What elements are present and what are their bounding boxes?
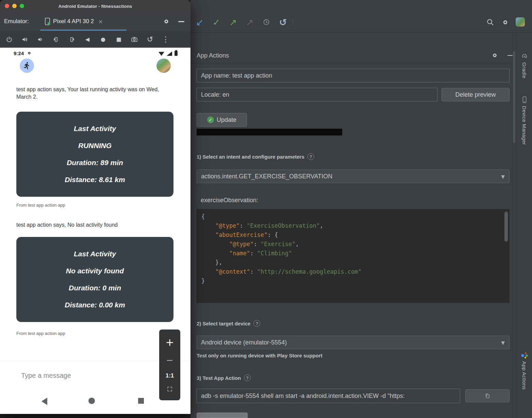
close-button[interactable] bbox=[5, 4, 9, 8]
minimize-button[interactable] bbox=[12, 4, 17, 8]
card-line: Duration: 89 min bbox=[67, 159, 123, 167]
clock-icon[interactable] bbox=[260, 16, 273, 29]
card-line: Last Activity bbox=[74, 250, 116, 258]
emulator-window: Android Emulator - fitnessactions Emulat… bbox=[0, 0, 190, 414]
help-icon[interactable]: ? bbox=[307, 153, 314, 160]
copy-icon bbox=[484, 393, 491, 399]
help-icon[interactable]: ? bbox=[253, 320, 260, 327]
tab-app-actions-label: App Actions bbox=[521, 361, 527, 390]
zoom-ratio-button[interactable]: 1:1 bbox=[166, 372, 174, 379]
card-line: Duration: 0 min bbox=[69, 284, 121, 292]
locale-field[interactable]: Locale: en bbox=[197, 88, 437, 101]
camera-icon[interactable] bbox=[130, 35, 139, 44]
code-scrollbar[interactable] bbox=[504, 212, 508, 242]
status-gear-icon bbox=[27, 51, 32, 57]
snapshot-icon[interactable]: ↺ bbox=[146, 35, 154, 44]
tab-gradle-label: Gradle bbox=[521, 62, 527, 78]
device-note: Test only on running device with Play St… bbox=[197, 353, 322, 358]
device-dropdown-value: Android device (emulator-5554) bbox=[201, 339, 287, 346]
runner-icon bbox=[23, 62, 31, 70]
power-icon[interactable] bbox=[5, 35, 14, 44]
code-editor[interactable]: { "@type": "ExerciseObservation", "about… bbox=[197, 209, 510, 303]
tab-device-manager[interactable]: Device Manager bbox=[517, 96, 532, 145]
chevron-down-icon: ▼ bbox=[501, 174, 505, 179]
card-line: Distance: 0.00 km bbox=[65, 301, 125, 309]
panel-gear-icon[interactable] bbox=[491, 52, 498, 60]
fit-screen-icon[interactable] bbox=[167, 386, 173, 393]
rotate-right-icon[interactable] bbox=[67, 35, 76, 44]
check-icon[interactable]: ✓ bbox=[210, 16, 223, 29]
tool-window-strip: Gradle Device Manager App Actions bbox=[516, 33, 532, 418]
gradle-elephant-icon bbox=[521, 52, 528, 60]
panel-scrollbar[interactable] bbox=[513, 51, 515, 143]
tab-close-icon[interactable]: × bbox=[98, 18, 103, 25]
zoom-in-button[interactable]: + bbox=[165, 336, 174, 348]
volume-up-icon[interactable] bbox=[20, 35, 29, 44]
studio-toolbar: ↙ ✓ ↗ ↗ ↺ bbox=[190, 0, 532, 33]
rotate-left-icon[interactable] bbox=[52, 35, 61, 44]
code-editor-lines: { "@type": "ExerciseObservation", "about… bbox=[201, 212, 510, 286]
update-button-label: Update bbox=[217, 116, 236, 124]
app-name-field[interactable]: App name: test app action bbox=[197, 69, 510, 82]
chevron-down-icon: ▼ bbox=[501, 340, 505, 345]
tab-pixel-4[interactable]: Pixel 4 API 30 2 × bbox=[40, 12, 127, 31]
delete-preview-button[interactable]: Delete preview bbox=[442, 88, 510, 101]
gear-icon[interactable] bbox=[500, 17, 510, 27]
emulator-label: Emulator: bbox=[4, 18, 29, 25]
user-avatar bbox=[156, 59, 171, 73]
emulator-gear-icon[interactable] bbox=[163, 18, 170, 27]
intent-dropdown[interactable]: actions.intent.GET_EXERCISE_OBSERVATION … bbox=[197, 170, 510, 183]
copy-command-button[interactable] bbox=[465, 389, 510, 402]
window-titlebar: Android Emulator - fitnessactions bbox=[0, 0, 190, 12]
volume-down-icon[interactable] bbox=[36, 35, 45, 44]
partial-bottom-button[interactable] bbox=[197, 413, 248, 418]
battery-icon bbox=[174, 51, 178, 56]
card-line: Distance: 8.61 km bbox=[65, 176, 125, 184]
arrow-up-right-disabled-icon: ↗ bbox=[243, 16, 256, 29]
overview-icon[interactable]: ■ bbox=[114, 35, 123, 44]
message-input[interactable]: Type a message bbox=[21, 372, 71, 380]
emulator-toolbar: Emulator: Pixel 4 API 30 2 × bbox=[0, 12, 190, 31]
section-test-text: 3) Test App Action bbox=[197, 375, 241, 381]
adb-command-field[interactable]: adb -s emulator-5554 shell am start -a a… bbox=[197, 389, 460, 403]
device-dropdown[interactable]: Android device (emulator-5554) ▼ bbox=[197, 336, 510, 349]
zoom-out-button[interactable]: − bbox=[166, 355, 173, 365]
app-actions-panel-header: App Actions bbox=[190, 48, 512, 63]
nav-home-icon[interactable] bbox=[88, 398, 95, 404]
section-test-label: 3) Test App Action ? bbox=[197, 374, 251, 381]
arrow-up-right-icon[interactable]: ↗ bbox=[227, 16, 239, 29]
section-intent-text: 1) Select an intent and configure parame… bbox=[197, 154, 304, 160]
android-studio-pane: ↙ ✓ ↗ ↗ ↺ App Actions bbox=[190, 0, 532, 418]
assistant-message: test app action says, No last activity f… bbox=[16, 221, 166, 229]
tab-gradle[interactable]: Gradle bbox=[517, 52, 532, 78]
redacted-text bbox=[197, 129, 342, 135]
card-caption: From test app action app bbox=[16, 331, 65, 336]
undo-icon[interactable]: ↺ bbox=[277, 16, 289, 29]
tab-device-manager-label: Device Manager bbox=[521, 106, 527, 145]
search-icon[interactable] bbox=[485, 17, 495, 27]
help-icon[interactable]: ? bbox=[244, 374, 251, 381]
assistant-avatar bbox=[20, 59, 34, 73]
arrow-down-left-icon[interactable]: ↙ bbox=[193, 16, 206, 29]
wifi-icon bbox=[159, 51, 164, 56]
app-actions-icon bbox=[521, 352, 528, 359]
section-intent-label: 1) Select an intent and configure parame… bbox=[197, 153, 314, 160]
card-line: No activity found bbox=[66, 267, 124, 275]
card-caption: From test app action app bbox=[16, 203, 65, 208]
tab-app-actions[interactable]: App Actions bbox=[517, 352, 532, 390]
intent-dropdown-value: actions.intent.GET_EXERCISE_OBSERVATION bbox=[201, 173, 332, 180]
back-icon[interactable]: ◀ bbox=[83, 35, 92, 44]
more-options-icon[interactable]: ⋮ bbox=[161, 35, 170, 44]
nav-overview-icon[interactable] bbox=[138, 398, 144, 404]
section-device-label: 2) Select target device ? bbox=[197, 320, 260, 327]
param-label: exerciseObservation: bbox=[201, 197, 258, 204]
profile-avatar[interactable] bbox=[516, 17, 525, 27]
assistant-message: test app action says, Your last running … bbox=[16, 86, 166, 101]
nav-back-icon[interactable] bbox=[41, 398, 47, 405]
zoom-button[interactable] bbox=[20, 4, 24, 8]
panel-divider bbox=[512, 33, 513, 418]
update-button[interactable]: ✓ Update bbox=[197, 113, 247, 127]
emulator-minimize-icon[interactable] bbox=[178, 21, 184, 22]
activity-card: Last Activity No activity found Duration… bbox=[16, 237, 173, 322]
home-icon[interactable]: ● bbox=[99, 35, 107, 44]
